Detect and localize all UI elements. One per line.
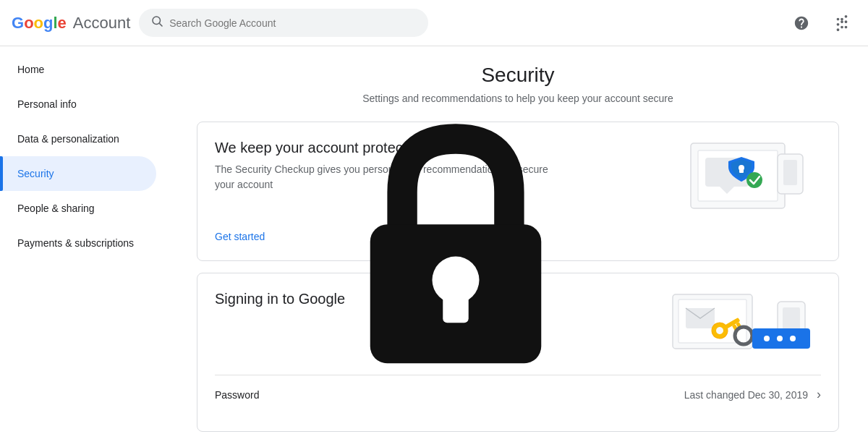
sidebar-label-security: Security (17, 168, 54, 179)
password-row-right: Last changed Dec 30, 2019 › (684, 387, 821, 402)
svg-point-0 (153, 17, 161, 25)
sidebar-label-people: People & sharing (17, 203, 95, 214)
security-illustration-svg (669, 140, 814, 219)
sidebar-item-security[interactable]: Security (0, 156, 156, 191)
svg-point-24 (777, 336, 783, 341)
apps-grid-button[interactable] (827, 9, 856, 38)
password-chevron-icon: › (817, 387, 821, 402)
page-subtitle: Settings and recommendations to help you… (197, 93, 839, 104)
signin-illustration (662, 291, 821, 363)
signing-in-title: Signing in to Google (215, 291, 548, 307)
security-checkup-illustration (662, 140, 821, 219)
sidebar-item-home[interactable]: Home (0, 52, 156, 87)
sidebar-label-home: Home (17, 64, 44, 75)
sidebar-label-payments: Payments & subscriptions (17, 237, 134, 249)
logo-e: e (58, 14, 67, 33)
security-checkup-card: We keep your account protected The Secur… (197, 122, 839, 261)
signin-illustration-svg (665, 291, 817, 363)
sidebar-item-personal-info[interactable]: Personal info (0, 87, 156, 122)
password-changed-date: Last changed Dec 30, 2019 (684, 389, 808, 401)
svg-rect-7 (783, 160, 797, 185)
get-started-link[interactable]: Get started (215, 231, 265, 242)
logo-o2: o (34, 14, 43, 33)
help-button[interactable] (787, 9, 816, 38)
page-title: Security (197, 64, 839, 87)
logo-g2: g (43, 14, 53, 33)
google-account-logo: Google Account (12, 14, 130, 33)
logo-o1: o (24, 14, 33, 33)
sidebar: Home Personal info Data & personalizatio… (0, 46, 168, 434)
app-header: Google Account (0, 0, 868, 46)
password-label: Password (215, 389, 259, 401)
card-header-security: We keep your account protected The Secur… (215, 140, 821, 219)
password-row[interactable]: Password Last changed Dec 30, 2019 › (215, 375, 821, 414)
header-left: Google Account (12, 9, 428, 37)
svg-line-1 (160, 23, 163, 26)
search-input[interactable] (169, 17, 417, 29)
svg-point-25 (790, 336, 796, 341)
card-header-signin: Signing in to Google (215, 291, 821, 363)
search-bar[interactable] (139, 9, 428, 37)
logo-account-text: Account (69, 14, 130, 33)
security-checkup-desc: The Security Checkup gives you personali… (215, 162, 548, 192)
main-content: Security Settings and recommendations to… (168, 46, 868, 434)
search-icon (150, 14, 163, 31)
svg-point-10 (746, 172, 762, 188)
svg-rect-9 (739, 169, 744, 173)
card-text-security: We keep your account protected The Secur… (215, 140, 548, 192)
sidebar-label-data: Data & personalization (17, 133, 119, 145)
sidebar-label-personal-info: Personal info (17, 98, 77, 110)
security-checkup-title: We keep your account protected (215, 140, 548, 156)
sidebar-item-data-personalization[interactable]: Data & personalization (0, 122, 156, 156)
sidebar-item-people-sharing[interactable]: People & sharing (0, 191, 156, 226)
sidebar-item-payments[interactable]: Payments & subscriptions (0, 226, 156, 260)
svg-point-23 (764, 336, 770, 341)
signing-in-card: Signing in to Google (197, 273, 839, 432)
main-layout: Home Personal info Data & personalizatio… (0, 46, 868, 434)
card-text-signin: Signing in to Google (215, 291, 548, 313)
header-right (787, 9, 856, 38)
logo-g: G (12, 14, 24, 33)
